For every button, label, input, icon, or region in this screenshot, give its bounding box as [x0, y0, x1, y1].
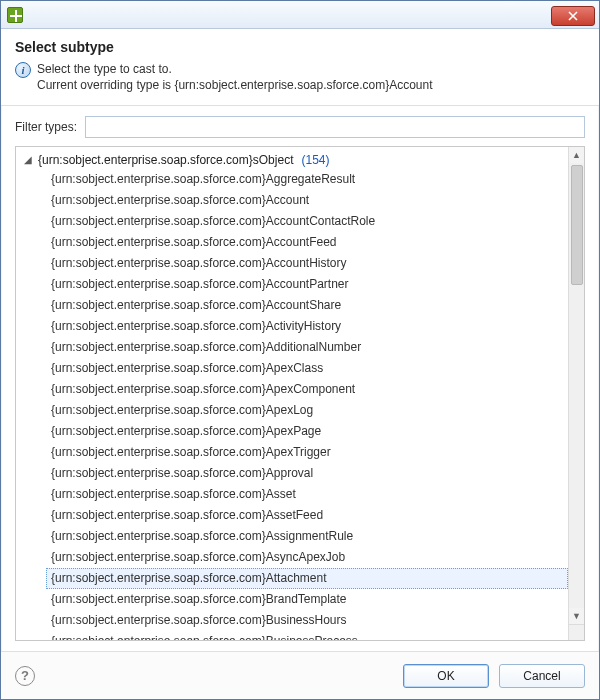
header-section: Select subtype Select the type to cast t…	[1, 29, 599, 106]
tree-item[interactable]: {urn:sobject.enterprise.soap.sforce.com}…	[46, 421, 568, 442]
tree-item[interactable]: {urn:sobject.enterprise.soap.sforce.com}…	[46, 589, 568, 610]
type-tree: ◢ {urn:sobject.enterprise.soap.sforce.co…	[15, 146, 585, 641]
tree-item[interactable]: {urn:sobject.enterprise.soap.sforce.com}…	[46, 568, 568, 589]
tree-root-node[interactable]: ◢ {urn:sobject.enterprise.soap.sforce.co…	[20, 151, 568, 169]
tree-item[interactable]: {urn:sobject.enterprise.soap.sforce.com}…	[46, 295, 568, 316]
tree-item[interactable]: {urn:sobject.enterprise.soap.sforce.com}…	[46, 253, 568, 274]
tree-item[interactable]: {urn:sobject.enterprise.soap.sforce.com}…	[46, 358, 568, 379]
tree-item[interactable]: {urn:sobject.enterprise.soap.sforce.com}…	[46, 631, 568, 640]
scroll-thumb[interactable]	[571, 165, 583, 285]
info-icon	[15, 62, 31, 78]
dialog-window: Select subtype Select the type to cast t…	[0, 0, 600, 700]
info-line-2: Current overriding type is {urn:sobject.…	[37, 78, 433, 92]
dialog-footer: ? OK Cancel	[1, 651, 599, 699]
tree-item[interactable]: {urn:sobject.enterprise.soap.sforce.com}…	[46, 484, 568, 505]
filter-row: Filter types:	[1, 106, 599, 146]
titlebar	[1, 1, 599, 29]
help-button[interactable]: ?	[15, 666, 35, 686]
scrollbar-corner	[568, 624, 584, 640]
scroll-track[interactable]	[569, 163, 585, 608]
info-line-1: Select the type to cast to.	[37, 62, 172, 76]
scroll-down-button[interactable]: ▼	[569, 608, 585, 624]
tree-item[interactable]: {urn:sobject.enterprise.soap.sforce.com}…	[46, 547, 568, 568]
tree-item[interactable]: {urn:sobject.enterprise.soap.sforce.com}…	[46, 442, 568, 463]
tree-item[interactable]: {urn:sobject.enterprise.soap.sforce.com}…	[46, 316, 568, 337]
tree-item[interactable]: {urn:sobject.enterprise.soap.sforce.com}…	[46, 337, 568, 358]
tree-item[interactable]: {urn:sobject.enterprise.soap.sforce.com}…	[46, 505, 568, 526]
cancel-button[interactable]: Cancel	[499, 664, 585, 688]
vertical-scrollbar[interactable]: ▲ ▼	[568, 147, 584, 624]
tree-item[interactable]: {urn:sobject.enterprise.soap.sforce.com}…	[46, 211, 568, 232]
tree-item[interactable]: {urn:sobject.enterprise.soap.sforce.com}…	[46, 379, 568, 400]
tree-children: {urn:sobject.enterprise.soap.sforce.com}…	[20, 169, 568, 640]
close-button[interactable]	[551, 6, 595, 26]
page-title: Select subtype	[15, 39, 585, 55]
close-icon	[568, 11, 578, 21]
tree-item[interactable]: {urn:sobject.enterprise.soap.sforce.com}…	[46, 169, 568, 190]
tree-item[interactable]: {urn:sobject.enterprise.soap.sforce.com}…	[46, 400, 568, 421]
tree-item[interactable]: {urn:sobject.enterprise.soap.sforce.com}…	[46, 274, 568, 295]
filter-input[interactable]	[85, 116, 585, 138]
tree-item[interactable]: {urn:sobject.enterprise.soap.sforce.com}…	[46, 610, 568, 631]
collapse-icon[interactable]: ◢	[24, 155, 34, 165]
tree-item[interactable]: {urn:sobject.enterprise.soap.sforce.com}…	[46, 190, 568, 211]
tree-root-label: {urn:sobject.enterprise.soap.sforce.com}…	[38, 153, 293, 167]
tree-item[interactable]: {urn:sobject.enterprise.soap.sforce.com}…	[46, 526, 568, 547]
tree-root-count: (154)	[301, 153, 329, 167]
help-icon: ?	[21, 668, 29, 683]
ok-button[interactable]: OK	[403, 664, 489, 688]
tree-scroll-area[interactable]: ◢ {urn:sobject.enterprise.soap.sforce.co…	[16, 147, 568, 640]
tree-item[interactable]: {urn:sobject.enterprise.soap.sforce.com}…	[46, 463, 568, 484]
app-icon	[7, 7, 23, 23]
scroll-up-button[interactable]: ▲	[569, 147, 585, 163]
tree-item[interactable]: {urn:sobject.enterprise.soap.sforce.com}…	[46, 232, 568, 253]
header-description: Select the type to cast to. Current over…	[37, 61, 433, 93]
filter-label: Filter types:	[15, 120, 77, 134]
